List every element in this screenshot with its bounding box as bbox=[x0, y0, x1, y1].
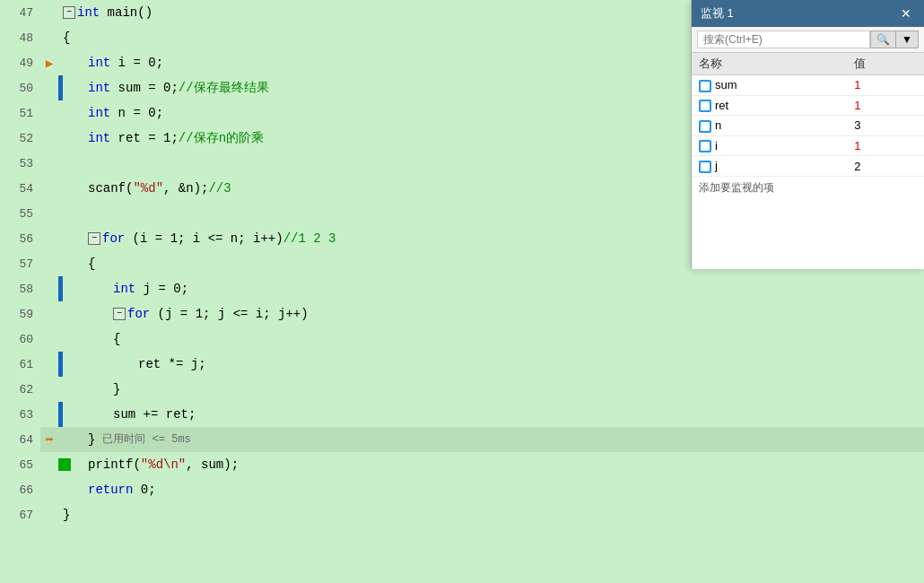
token-fn: printf bbox=[88, 456, 133, 474]
token-kw: int bbox=[77, 4, 100, 22]
watch-search-input[interactable] bbox=[697, 30, 870, 48]
line-number: 64 bbox=[0, 427, 40, 452]
watch-var-icon bbox=[699, 80, 711, 92]
watch-close-button[interactable]: ✕ bbox=[897, 6, 915, 21]
token-comment: //1 2 3 bbox=[283, 230, 336, 248]
watch-var-name: sum bbox=[692, 75, 847, 96]
token-punc: i = 0; bbox=[110, 54, 163, 72]
token-punc: } bbox=[88, 431, 95, 448]
token-punc: main() bbox=[100, 4, 153, 22]
token-punc: (i = 1; i <= n; i++) bbox=[125, 230, 283, 248]
search-icon: 🔍 bbox=[876, 33, 890, 46]
token-punc: } bbox=[63, 506, 70, 524]
token-punc: j = 0; bbox=[135, 280, 188, 298]
token-comment: //3 bbox=[208, 179, 231, 197]
code-line: 63sum += ret; bbox=[0, 402, 924, 427]
line-gutter bbox=[40, 201, 58, 226]
watch-row[interactable]: i1 bbox=[692, 135, 924, 156]
line-content: } bbox=[63, 377, 924, 402]
line-gutter bbox=[40, 326, 58, 352]
code-line: 67} bbox=[0, 502, 924, 527]
token-comment: //保存n的阶乘 bbox=[179, 129, 264, 147]
code-line: 64➡}已用时间 <= 5ms bbox=[0, 427, 924, 452]
token-punc: 0; bbox=[133, 481, 155, 499]
fold-icon[interactable]: − bbox=[63, 6, 75, 19]
line-gutter bbox=[40, 402, 58, 427]
line-number: 56 bbox=[0, 226, 40, 251]
token-type: int bbox=[88, 79, 110, 97]
token-punc: { bbox=[63, 29, 70, 47]
line-number: 66 bbox=[0, 477, 40, 502]
fold-icon[interactable]: − bbox=[113, 308, 126, 320]
code-line: 59−for (j = 1; j <= i; j++) bbox=[0, 301, 924, 326]
line-gutter bbox=[40, 251, 58, 276]
line-content: return 0; bbox=[63, 477, 924, 502]
current-line-arrow: ▶ bbox=[46, 56, 53, 71]
watch-var-icon bbox=[699, 120, 711, 133]
line-gutter bbox=[40, 276, 58, 301]
watch-panel: 监视 1 ✕ 🔍 ▼ 名称 值 sum1ret1n3i1j2 添加要监视的项 bbox=[691, 0, 924, 269]
line-content: −for (j = 1; j <= i; j++) bbox=[63, 301, 924, 326]
token-punc: ( bbox=[133, 456, 140, 474]
watch-var-icon bbox=[699, 161, 711, 173]
line-content: { bbox=[63, 326, 924, 352]
token-punc: ( bbox=[126, 179, 133, 197]
watch-var-value: 1 bbox=[847, 95, 924, 116]
line-gutter: ➡ bbox=[40, 427, 58, 452]
watch-row[interactable]: sum1 bbox=[692, 75, 924, 96]
code-line: 58int j = 0; bbox=[0, 276, 924, 301]
line-number: 52 bbox=[0, 126, 40, 151]
line-gutter bbox=[40, 75, 58, 100]
line-gutter bbox=[40, 100, 58, 126]
line-gutter bbox=[40, 126, 58, 151]
line-gutter: ▶ bbox=[40, 50, 58, 75]
watch-var-icon bbox=[699, 100, 711, 112]
watch-row[interactable]: j2 bbox=[692, 156, 924, 177]
line-number: 54 bbox=[0, 176, 40, 201]
token-punc: , &n); bbox=[163, 179, 208, 197]
line-gutter bbox=[40, 477, 58, 502]
token-type: int bbox=[88, 104, 110, 122]
line-number: 58 bbox=[0, 276, 40, 301]
watch-table: 名称 值 sum1ret1n3i1j2 bbox=[692, 53, 924, 177]
line-number: 59 bbox=[0, 301, 40, 326]
watch-dropdown-button[interactable]: ▼ bbox=[896, 30, 919, 48]
watch-row[interactable]: ret1 bbox=[692, 95, 924, 116]
token-type: int bbox=[88, 54, 110, 72]
code-line: 66return 0; bbox=[0, 477, 924, 502]
watch-var-value: 1 bbox=[847, 75, 924, 96]
watch-title: 监视 1 bbox=[701, 5, 734, 22]
watch-search-button[interactable]: 🔍 bbox=[870, 30, 896, 48]
token-punc: { bbox=[113, 330, 120, 348]
line-gutter bbox=[40, 151, 58, 176]
watch-col-name: 名称 bbox=[692, 53, 847, 75]
watch-var-name: ret bbox=[692, 95, 847, 116]
line-content: sum += ret; bbox=[63, 402, 924, 427]
line-gutter bbox=[40, 352, 58, 377]
token-kw: for bbox=[102, 230, 125, 248]
token-str: "%d\n" bbox=[141, 456, 186, 474]
token-type: int bbox=[88, 129, 110, 147]
line-number: 57 bbox=[0, 251, 40, 276]
watch-var-name: j bbox=[692, 156, 847, 177]
token-type: int bbox=[113, 280, 135, 298]
fold-icon[interactable]: − bbox=[88, 232, 100, 245]
token-punc: ret = 1; bbox=[110, 129, 179, 147]
token-punc: n = 0; bbox=[110, 104, 163, 122]
line-gutter bbox=[40, 452, 58, 477]
line-number: 50 bbox=[0, 75, 40, 100]
green-square bbox=[58, 458, 71, 471]
token-comment: //保存最终结果 bbox=[179, 79, 269, 97]
line-gutter bbox=[40, 0, 58, 25]
watch-add-item[interactable]: 添加要监视的项 bbox=[692, 177, 924, 199]
line-gutter bbox=[40, 377, 58, 402]
watch-row[interactable]: n3 bbox=[692, 116, 924, 136]
line-number: 62 bbox=[0, 377, 40, 402]
line-gutter bbox=[40, 25, 58, 50]
line-gutter bbox=[40, 502, 58, 527]
line-gutter bbox=[40, 301, 58, 326]
watch-var-value: 2 bbox=[847, 156, 924, 177]
line-gutter bbox=[40, 176, 58, 201]
line-number: 55 bbox=[0, 201, 40, 226]
token-kw: return bbox=[88, 481, 133, 499]
